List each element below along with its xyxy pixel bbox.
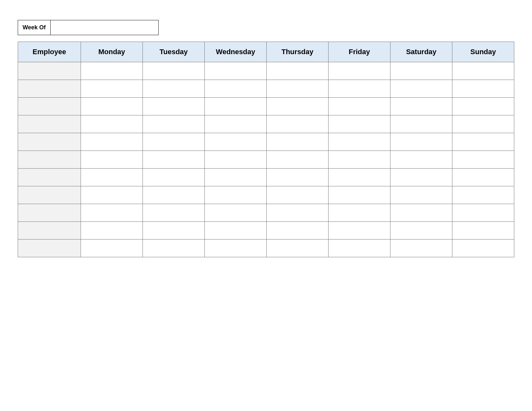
day-cell[interactable] xyxy=(452,133,514,151)
day-cell[interactable] xyxy=(81,80,143,98)
day-cell[interactable] xyxy=(452,222,514,240)
day-cell[interactable] xyxy=(452,186,514,204)
day-cell[interactable] xyxy=(452,240,514,257)
employee-cell[interactable] xyxy=(18,98,81,115)
day-cell[interactable] xyxy=(205,133,267,151)
week-of-value[interactable] xyxy=(51,20,159,35)
day-cell[interactable] xyxy=(143,186,205,204)
employee-cell[interactable] xyxy=(18,151,81,169)
day-cell[interactable] xyxy=(390,186,452,204)
day-cell[interactable] xyxy=(81,133,143,151)
day-cell[interactable] xyxy=(452,80,514,98)
day-cell[interactable] xyxy=(143,240,205,257)
employee-cell[interactable] xyxy=(18,169,81,186)
week-of-label: Week Of xyxy=(18,20,51,35)
day-cell[interactable] xyxy=(329,151,390,169)
employee-cell[interactable] xyxy=(18,133,81,151)
employee-cell[interactable] xyxy=(18,204,81,222)
day-cell[interactable] xyxy=(329,80,390,98)
day-cell[interactable] xyxy=(205,115,267,133)
day-cell[interactable] xyxy=(390,151,452,169)
day-cell[interactable] xyxy=(143,80,205,98)
day-cell[interactable] xyxy=(205,98,267,115)
employee-cell[interactable] xyxy=(18,80,81,98)
schedule-table: Employee Monday Tuesday Wednesday Thursd… xyxy=(18,42,514,257)
day-cell[interactable] xyxy=(329,98,390,115)
day-cell[interactable] xyxy=(329,240,390,257)
day-cell[interactable] xyxy=(81,240,143,257)
table-row xyxy=(18,80,514,98)
day-cell[interactable] xyxy=(267,133,329,151)
header-row: Employee Monday Tuesday Wednesday Thursd… xyxy=(18,42,514,62)
day-cell[interactable] xyxy=(205,169,267,186)
day-cell[interactable] xyxy=(329,186,390,204)
table-row xyxy=(18,98,514,115)
day-cell[interactable] xyxy=(267,98,329,115)
day-cell[interactable] xyxy=(143,133,205,151)
day-cell[interactable] xyxy=(143,222,205,240)
day-cell[interactable] xyxy=(390,240,452,257)
day-cell[interactable] xyxy=(267,62,329,80)
day-cell[interactable] xyxy=(267,151,329,169)
header-monday: Monday xyxy=(81,42,143,62)
day-cell[interactable] xyxy=(329,169,390,186)
employee-cell[interactable] xyxy=(18,240,81,257)
day-cell[interactable] xyxy=(267,169,329,186)
day-cell[interactable] xyxy=(205,240,267,257)
header-thursday: Thursday xyxy=(267,42,329,62)
day-cell[interactable] xyxy=(143,204,205,222)
table-row xyxy=(18,151,514,169)
header-employee: Employee xyxy=(18,42,81,62)
day-cell[interactable] xyxy=(267,204,329,222)
day-cell[interactable] xyxy=(143,115,205,133)
day-cell[interactable] xyxy=(390,80,452,98)
day-cell[interactable] xyxy=(267,222,329,240)
employee-cell[interactable] xyxy=(18,115,81,133)
day-cell[interactable] xyxy=(452,62,514,80)
employee-cell[interactable] xyxy=(18,186,81,204)
day-cell[interactable] xyxy=(143,169,205,186)
day-cell[interactable] xyxy=(81,98,143,115)
day-cell[interactable] xyxy=(81,204,143,222)
day-cell[interactable] xyxy=(329,133,390,151)
day-cell[interactable] xyxy=(390,62,452,80)
day-cell[interactable] xyxy=(143,98,205,115)
day-cell[interactable] xyxy=(81,186,143,204)
day-cell[interactable] xyxy=(267,80,329,98)
day-cell[interactable] xyxy=(81,169,143,186)
day-cell[interactable] xyxy=(205,186,267,204)
table-row xyxy=(18,222,514,240)
day-cell[interactable] xyxy=(390,204,452,222)
day-cell[interactable] xyxy=(81,222,143,240)
day-cell[interactable] xyxy=(205,204,267,222)
day-cell[interactable] xyxy=(205,222,267,240)
day-cell[interactable] xyxy=(452,98,514,115)
employee-cell[interactable] xyxy=(18,62,81,80)
day-cell[interactable] xyxy=(390,222,452,240)
day-cell[interactable] xyxy=(452,115,514,133)
day-cell[interactable] xyxy=(267,240,329,257)
day-cell[interactable] xyxy=(267,186,329,204)
day-cell[interactable] xyxy=(390,133,452,151)
day-cell[interactable] xyxy=(329,62,390,80)
day-cell[interactable] xyxy=(329,222,390,240)
day-cell[interactable] xyxy=(81,62,143,80)
day-cell[interactable] xyxy=(205,62,267,80)
day-cell[interactable] xyxy=(452,169,514,186)
day-cell[interactable] xyxy=(267,115,329,133)
day-cell[interactable] xyxy=(205,80,267,98)
day-cell[interactable] xyxy=(143,151,205,169)
table-row xyxy=(18,169,514,186)
day-cell[interactable] xyxy=(81,115,143,133)
day-cell[interactable] xyxy=(329,115,390,133)
day-cell[interactable] xyxy=(452,204,514,222)
day-cell[interactable] xyxy=(205,151,267,169)
day-cell[interactable] xyxy=(329,204,390,222)
day-cell[interactable] xyxy=(81,151,143,169)
day-cell[interactable] xyxy=(390,98,452,115)
employee-cell[interactable] xyxy=(18,222,81,240)
day-cell[interactable] xyxy=(390,115,452,133)
day-cell[interactable] xyxy=(452,151,514,169)
day-cell[interactable] xyxy=(143,62,205,80)
day-cell[interactable] xyxy=(390,169,452,186)
